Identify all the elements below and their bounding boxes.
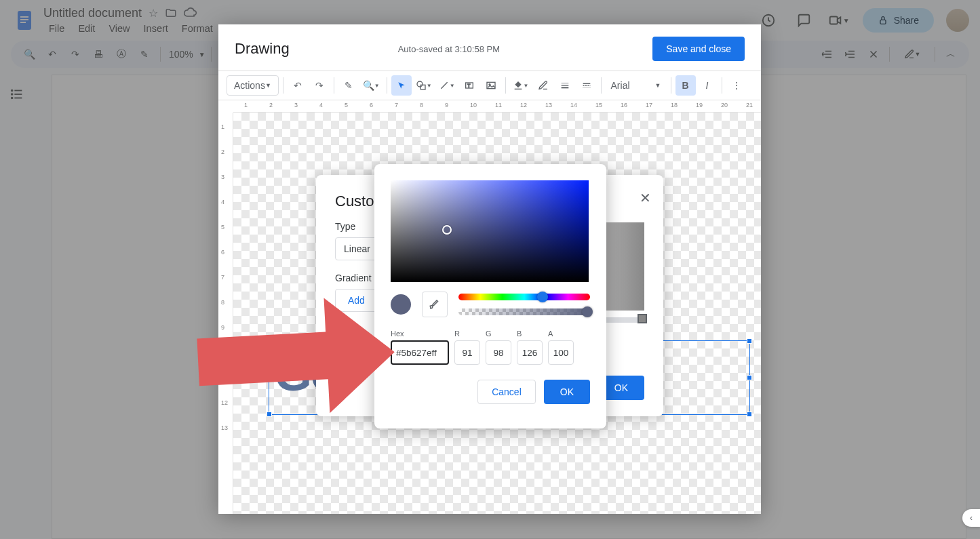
save-and-close-button[interactable]: Save and close (652, 37, 745, 61)
a-input[interactable] (548, 340, 574, 365)
resize-handle-se[interactable] (747, 412, 752, 417)
redo-icon[interactable]: ↷ (309, 75, 330, 96)
line-tool-icon[interactable]: ▼ (436, 75, 458, 96)
alpha-slider[interactable] (458, 308, 590, 315)
resize-handle-sw[interactable] (267, 412, 272, 417)
color-ok-button[interactable]: OK (544, 380, 590, 404)
close-icon[interactable]: ✕ (640, 190, 651, 206)
hex-label: Hex (391, 330, 449, 338)
eyedropper-button[interactable] (422, 292, 448, 317)
border-dash-icon[interactable] (576, 75, 597, 96)
paint-format-icon[interactable]: ✎ (338, 75, 359, 96)
italic-button[interactable]: I (697, 75, 718, 96)
drawing-title: Drawing (235, 40, 290, 58)
resize-handle-nw[interactable] (267, 338, 272, 344)
more-options-icon[interactable]: ⋮ (726, 75, 747, 96)
fill-color-icon[interactable]: ▼ (510, 75, 532, 96)
r-label: R (454, 330, 480, 338)
textbox-tool-icon[interactable]: T (459, 75, 479, 96)
border-color-icon[interactable] (533, 75, 553, 96)
shape-tool-icon[interactable]: ▼ (413, 75, 435, 96)
drawing-ruler-horizontal: 123456789101112131415161718192021 (233, 100, 761, 113)
color-saturation-field[interactable] (391, 180, 589, 282)
gradient-add-button[interactable]: Add (335, 289, 378, 312)
r-input[interactable] (454, 340, 480, 365)
svg-rect-26 (514, 89, 522, 89)
resize-handle-ne[interactable] (747, 338, 752, 344)
undo-icon[interactable]: ↶ (288, 75, 308, 96)
zoom-dropdown[interactable]: 🔍▼ (360, 75, 383, 96)
resize-handle-e[interactable] (747, 375, 752, 380)
color-picker-panel: Hex R G B A Cancel OK (374, 164, 606, 428)
image-tool-icon[interactable] (481, 75, 501, 96)
font-select[interactable]: Arial▼ (606, 75, 667, 96)
drawing-toolbar: Actions ▼ ↶ ↷ ✎ 🔍▼ ▼ ▼ T ▼ Arial▼ B I ⋮ (218, 71, 761, 100)
hex-input[interactable] (391, 340, 449, 365)
hue-slider[interactable] (458, 294, 590, 300)
svg-rect-20 (420, 85, 425, 89)
bold-button[interactable]: B (675, 75, 696, 96)
actions-menu[interactable]: Actions ▼ (227, 75, 279, 96)
svg-point-19 (417, 81, 423, 87)
side-panel-expand-icon[interactable]: ‹ (962, 509, 980, 527)
b-input[interactable] (517, 340, 543, 365)
drawing-ruler-vertical: 12345678910111213 (218, 113, 233, 514)
svg-line-21 (441, 82, 447, 88)
g-label: G (486, 330, 511, 338)
color-cancel-button[interactable]: Cancel (477, 380, 536, 404)
a-label: A (548, 330, 574, 338)
resize-handle-w[interactable] (267, 375, 272, 380)
border-weight-icon[interactable] (555, 75, 575, 96)
gradient-stop-end[interactable] (638, 314, 647, 323)
g-input[interactable] (486, 340, 511, 365)
color-swatch-preview (391, 294, 411, 315)
hue-slider-thumb[interactable] (537, 292, 548, 302)
b-label: B (517, 330, 543, 338)
select-tool-icon[interactable] (391, 75, 412, 96)
color-field-cursor[interactable] (442, 225, 452, 235)
svg-text:T: T (467, 83, 470, 88)
alpha-slider-thumb[interactable] (582, 306, 593, 317)
autosave-status: Auto-saved at 3:10:58 PM (398, 44, 500, 54)
